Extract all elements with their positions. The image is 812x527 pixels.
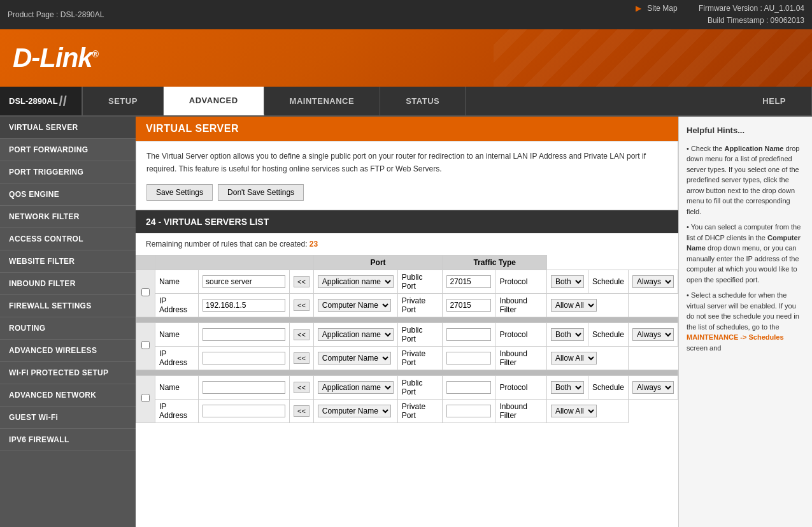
row2-app-arrow[interactable]: <<	[294, 329, 310, 340]
row1-protocol-cell: Both TCP UDP	[546, 270, 588, 293]
row1-ip-input[interactable]	[203, 299, 285, 312]
sidebar-item-wifi-protected[interactable]: WI-FI PROTECTED SETUP	[0, 362, 136, 384]
section-header: 24 - VIRTUAL SERVERS LIST	[136, 210, 678, 233]
row2-public-port-cell	[443, 322, 495, 346]
row2-schedule-label-cell: Schedule	[588, 322, 628, 346]
sidebar-item-virtual-server[interactable]: VIRTUAL SERVER	[0, 117, 136, 139]
row3-arrow2-cell: <<	[289, 399, 313, 422]
row2-app-select[interactable]: Application name	[318, 328, 394, 341]
row2-arrow1-cell: <<	[289, 322, 313, 346]
row2-name-input[interactable]	[203, 328, 285, 341]
row1-computer-arrow[interactable]: <<	[294, 300, 310, 311]
nav-slash: //	[59, 93, 67, 110]
row3-app-arrow[interactable]: <<	[294, 382, 310, 393]
row2-inbound[interactable]: Allow All	[551, 352, 597, 365]
row3-ip-input[interactable]	[203, 405, 285, 417]
sidebar-item-firewall-settings[interactable]: FIREWALL SETTINGS	[0, 295, 136, 317]
maintenance-schedules-link[interactable]: MAINTENANCE -> Schedules	[687, 333, 784, 341]
row3-inbound[interactable]: Allow All	[551, 405, 597, 417]
sidebar-item-port-forwarding[interactable]: PORT FORWARDING	[0, 139, 136, 161]
row2-public-port[interactable]	[446, 328, 491, 341]
row1-public-port-label-cell: Public Port	[397, 270, 443, 293]
sidebar-item-website-filter[interactable]: WEBSITE FILTER	[0, 250, 136, 273]
row2-private-port-label-cell: Private Port	[397, 346, 443, 370]
row1-computer-select[interactable]: Computer Name	[318, 299, 391, 312]
row3-computer-select-cell: Computer Name	[313, 399, 397, 422]
tab-status[interactable]: STATUS	[380, 87, 466, 115]
row1-private-port[interactable]	[446, 299, 491, 312]
sidebar-item-inbound-filter[interactable]: INBOUND FILTER	[0, 273, 136, 295]
sidebar-item-advanced-network[interactable]: ADVANCED NETWORK	[0, 384, 136, 407]
sidebar: VIRTUAL SERVER PORT FORWARDING PORT TRIG…	[0, 117, 136, 527]
row1-ip-cell	[199, 293, 290, 317]
row2-protocol[interactable]: Both TCP UDP	[551, 328, 584, 341]
row2-computer-select-cell: Computer Name	[313, 346, 397, 370]
sidebar-item-qos-engine[interactable]: QOS ENGINE	[0, 184, 136, 206]
row2-checkbox[interactable]	[141, 341, 150, 349]
page-title: VIRTUAL SERVER	[136, 117, 678, 141]
row3-inbound-cell: Allow All	[546, 399, 628, 422]
row2-app-select-cell: Application name	[313, 322, 397, 346]
row1-name-input[interactable]	[203, 275, 285, 288]
row3-private-port[interactable]	[446, 405, 491, 417]
row2-inbound-cell: Allow All	[546, 346, 628, 370]
sidebar-item-network-filter[interactable]: NETWORK FILTER	[0, 206, 136, 228]
row1-public-port[interactable]	[446, 275, 491, 288]
button-row: Save Settings Don't Save Settings	[146, 184, 667, 201]
row3-app-select[interactable]: Application name	[318, 381, 394, 394]
table-row: IP Address << Computer Name Private Port	[136, 399, 678, 422]
nav-logo-text: DSL-2890AL	[9, 96, 58, 106]
row3-name-input-cell	[199, 375, 290, 399]
row3-ip-label: IP Address	[155, 399, 199, 422]
sidebar-item-port-triggering[interactable]: PORT TRIGGERING	[0, 161, 136, 184]
row2-protocol-cell: Both TCP UDP	[546, 322, 588, 346]
row3-schedule[interactable]: Always	[632, 381, 674, 394]
row3-protocol[interactable]: Both TCP UDP	[551, 381, 584, 394]
sidebar-item-ipv6-firewall[interactable]: IPV6 FIREWALL	[0, 429, 136, 451]
row3-public-port[interactable]	[446, 381, 491, 394]
row3-name-label: Name	[155, 375, 199, 399]
row1-app-arrow[interactable]: <<	[294, 276, 310, 287]
top-bar: Product Page : DSL-2890AL ▶ Site Map Fir…	[0, 0, 812, 29]
row1-schedule[interactable]: Always	[632, 275, 674, 288]
row2-computer-arrow[interactable]: <<	[294, 352, 310, 364]
sidebar-item-access-control[interactable]: ACCESS CONTROL	[0, 228, 136, 250]
sidebar-item-guest-wifi[interactable]: GUEST Wi-Fi	[0, 407, 136, 429]
row2-computer-select[interactable]: Computer Name	[318, 352, 391, 365]
save-settings-button[interactable]: Save Settings	[146, 184, 213, 201]
row2-schedule[interactable]: Always	[632, 328, 674, 341]
row2-private-port-cell	[443, 346, 495, 370]
tab-setup[interactable]: SETUP	[83, 87, 164, 115]
col-check	[136, 255, 155, 270]
row2-private-port[interactable]	[446, 352, 491, 365]
row1-private-port-label-cell: Private Port	[397, 293, 443, 317]
sitemap-link[interactable]: Site Map	[647, 4, 677, 13]
row1-private-port-cell	[443, 293, 495, 317]
row1-app-select[interactable]: Application name	[318, 275, 394, 288]
row3-schedule-cell: Always	[628, 375, 678, 399]
row3-computer-arrow[interactable]: <<	[294, 405, 310, 417]
dont-save-button[interactable]: Don't Save Settings	[218, 184, 304, 201]
sidebar-item-advanced-wireless[interactable]: ADVANCED WIRELESS	[0, 340, 136, 362]
row1-public-port-cell	[443, 270, 495, 293]
row1-inbound[interactable]: Allow All	[551, 299, 597, 312]
row2-ip-input[interactable]	[203, 352, 285, 365]
row3-name-input[interactable]	[203, 381, 285, 394]
sidebar-item-routing[interactable]: ROUTING	[0, 317, 136, 340]
content: VIRTUAL SERVER The Virtual Server option…	[136, 117, 678, 527]
tab-help[interactable]: HELP	[737, 87, 812, 115]
row1-protocol[interactable]: Both TCP UDP	[551, 275, 584, 288]
row1-schedule-cell: Always	[628, 270, 678, 293]
row3-computer-select[interactable]: Computer Name	[318, 405, 391, 417]
dlink-logo: D-Link®	[13, 43, 98, 73]
row2-name-input-cell	[199, 322, 290, 346]
row1-checkbox[interactable]	[141, 288, 150, 296]
row2-ip-label: IP Address	[155, 346, 199, 370]
tab-advanced[interactable]: ADVANCED	[164, 87, 264, 115]
row1-arrow1-cell: <<	[289, 270, 313, 293]
row3-checkbox[interactable]	[141, 394, 150, 402]
row1-inbound-label-cell: Inbound Filter	[495, 293, 547, 317]
row1-computer-select-cell: Computer Name	[313, 293, 397, 317]
row1-arrow2-cell: <<	[289, 293, 313, 317]
tab-maintenance[interactable]: MAINTENANCE	[264, 87, 381, 115]
